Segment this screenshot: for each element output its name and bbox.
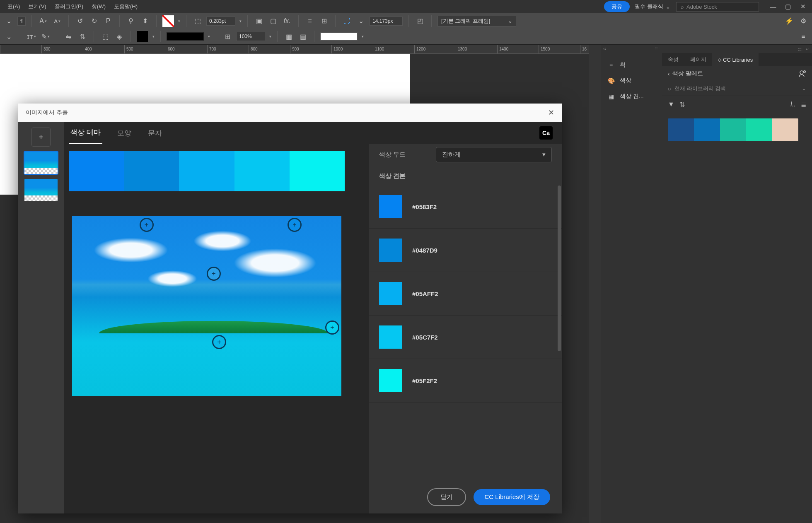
menu-plugins[interactable]: 플러그인(P) bbox=[51, 0, 87, 13]
stroke-toggle-icon[interactable]: ⬚ bbox=[192, 16, 203, 27]
color-picker-dot-1[interactable]: + bbox=[288, 218, 302, 232]
user-add-icon[interactable] bbox=[798, 70, 806, 78]
tab-text[interactable]: 문자 bbox=[146, 123, 164, 144]
panel-label: 색상 견... bbox=[620, 93, 644, 100]
vertical-text-icon[interactable]: ⬍ bbox=[140, 16, 150, 27]
char-a-icon[interactable]: A▾ bbox=[38, 16, 48, 27]
color-picker-dot-0[interactable]: + bbox=[140, 218, 154, 232]
menu-view[interactable]: 보기(V) bbox=[24, 0, 50, 13]
collapse-arrows-icon[interactable]: ‹‹ bbox=[603, 46, 606, 51]
maximize-button[interactable]: ▢ bbox=[782, 2, 794, 11]
field-caret[interactable]: ▾ bbox=[362, 34, 364, 39]
color-picker-dot-3[interactable]: + bbox=[212, 335, 226, 349]
stroke-weight-input[interactable]: 0.283pt bbox=[206, 17, 235, 26]
tab-shapes[interactable]: 모양 bbox=[116, 123, 133, 144]
size-icon[interactable]: I.. bbox=[790, 101, 796, 108]
palette-asset[interactable] bbox=[662, 113, 812, 147]
close-icon[interactable]: ✕ bbox=[548, 108, 554, 117]
align-text-icon[interactable]: ≡ bbox=[304, 16, 315, 27]
zoom-input[interactable]: 100% bbox=[236, 32, 265, 41]
tab-cc-libraries[interactable]: ◇ CC Libraries bbox=[712, 53, 759, 66]
mood-dropdown[interactable]: 진하게 ▾ bbox=[436, 147, 552, 162]
thumbnail-1[interactable] bbox=[24, 152, 58, 174]
stroke-style-dropdown[interactable] bbox=[167, 32, 204, 41]
panel-menu-icon[interactable]: ≡ bbox=[798, 31, 809, 42]
menu-table[interactable]: 표(A) bbox=[3, 0, 24, 13]
share-button[interactable]: 공유 bbox=[604, 1, 630, 12]
panel-color[interactable]: 🎨 색상 bbox=[601, 73, 662, 89]
panel-grip[interactable] bbox=[589, 45, 601, 523]
flip-v-icon[interactable]: ⇅ bbox=[77, 31, 88, 42]
panel-grip-top[interactable]: :::: ‹‹ bbox=[662, 45, 812, 53]
stroke-color-caret[interactable]: ▾ bbox=[152, 34, 155, 39]
image-preview[interactable]: + + + + + bbox=[72, 216, 341, 396]
list-view-icon[interactable]: ≣ bbox=[801, 101, 806, 108]
opacity-grid-icon[interactable]: ⊞ bbox=[222, 31, 233, 42]
panel-stroke[interactable]: ≡ 획 bbox=[601, 57, 662, 73]
close-button[interactable]: 닫기 bbox=[427, 488, 466, 506]
object-style-dropdown[interactable]: [기본 그래픽 프레임] ⌄ bbox=[437, 16, 516, 27]
panel-swatches[interactable]: ▦ 색상 견... bbox=[601, 89, 662, 104]
grip-icon[interactable]: :::: bbox=[655, 46, 660, 51]
zoom-caret[interactable]: ▾ bbox=[269, 34, 271, 39]
add-image-button[interactable]: + bbox=[31, 128, 51, 147]
wrap-none-icon[interactable]: ▦ bbox=[283, 31, 294, 42]
fill-caret[interactable]: ▾ bbox=[178, 19, 180, 23]
color-picker-dot-2[interactable]: + bbox=[207, 267, 221, 281]
library-tools: ▼ ⇅ I.. ≣ bbox=[662, 96, 812, 113]
rotate-cw-icon[interactable]: ↻ bbox=[89, 16, 99, 27]
fx-icon[interactable]: fx. bbox=[282, 16, 292, 27]
transform-icon[interactable]: ⛶ bbox=[341, 16, 352, 27]
minimize-button[interactable]: — bbox=[767, 2, 779, 11]
stroke-caret[interactable]: ▾ bbox=[239, 19, 242, 23]
px-caret[interactable]: ⌄ bbox=[355, 16, 366, 27]
stroke-style-caret[interactable]: ▾ bbox=[208, 34, 210, 39]
modal-titlebar: 이미지에서 추출 ✕ bbox=[18, 104, 562, 122]
swatch-row-2[interactable]: #05AFF2 bbox=[369, 272, 562, 316]
gear-icon[interactable]: ⚙ bbox=[798, 16, 809, 27]
ruler-mark: 1500 bbox=[539, 45, 580, 53]
tab-color-themes[interactable]: 색상 테마 bbox=[69, 122, 102, 144]
color-picker-dot-4[interactable]: + bbox=[325, 321, 339, 335]
corner-icon[interactable]: ◰ bbox=[415, 16, 425, 27]
menu-help[interactable]: 도움말(H) bbox=[110, 0, 142, 13]
paragraph-mode-icon[interactable]: ¶ bbox=[17, 17, 26, 26]
sort-icon[interactable]: ⇅ bbox=[679, 101, 685, 108]
select-content-icon[interactable]: ◈ bbox=[114, 31, 125, 42]
swatch-row-4[interactable]: #05F2F2 bbox=[369, 359, 562, 402]
flip-h-icon[interactable]: ⇋ bbox=[63, 31, 74, 42]
scrollbar[interactable] bbox=[558, 165, 562, 446]
tab-pages[interactable]: 페이지 bbox=[684, 53, 712, 66]
save-to-libraries-button[interactable]: CC Libraries에 저장 bbox=[474, 489, 550, 505]
workspace-dropdown[interactable]: 필수 클래식 ⌄ bbox=[635, 3, 670, 10]
pen-icon[interactable]: ✎▾ bbox=[40, 31, 51, 42]
wrap-text-icon[interactable]: ⊞ bbox=[319, 16, 329, 27]
measure-dropdown[interactable]: ⌄ bbox=[3, 31, 14, 42]
adobe-stock-search[interactable]: ⌕ Adobe Stock bbox=[676, 2, 759, 12]
select-container-icon[interactable]: ⬚ bbox=[100, 31, 111, 42]
field-white[interactable] bbox=[320, 32, 358, 41]
lightning-icon[interactable]: ⚡ bbox=[784, 16, 795, 27]
back-button[interactable]: ‹ 색상 팔레트 bbox=[668, 70, 703, 77]
close-button[interactable]: ✕ bbox=[797, 2, 809, 11]
thumbnail-2[interactable] bbox=[24, 179, 58, 201]
swatch-row-3[interactable]: #05C7F2 bbox=[369, 316, 562, 359]
swatch-row-0[interactable]: #0583F2 bbox=[369, 185, 562, 229]
swatch-row-1[interactable]: #0487D9 bbox=[369, 229, 562, 272]
library-search[interactable]: ⌕ 현재 라이브러리 검색 ⌄ bbox=[662, 81, 812, 96]
tool-dropdown[interactable]: ⌄ bbox=[3, 16, 14, 27]
frame-fit-icon[interactable]: ▣ bbox=[254, 16, 264, 27]
text-path-icon[interactable]: P bbox=[103, 16, 114, 27]
wrap-around-icon[interactable]: ▤ bbox=[297, 31, 308, 42]
tt-icon[interactable]: ɪᴛ▾ bbox=[26, 31, 37, 42]
font-size-icon[interactable]: ᴀ▾ bbox=[52, 16, 63, 27]
frame-empty-icon[interactable]: ▢ bbox=[268, 16, 278, 27]
fill-none-swatch[interactable] bbox=[162, 15, 174, 27]
anchor-icon[interactable]: ⚲ bbox=[126, 16, 136, 27]
stroke-color-swatch[interactable] bbox=[137, 31, 148, 42]
px-input[interactable]: 14.173px bbox=[370, 17, 403, 26]
filter-icon[interactable]: ▼ bbox=[668, 101, 674, 108]
rotate-ccw-icon[interactable]: ↺ bbox=[75, 16, 85, 27]
tab-properties[interactable]: 속성 bbox=[662, 53, 684, 66]
menu-window[interactable]: 창(W) bbox=[87, 0, 110, 13]
